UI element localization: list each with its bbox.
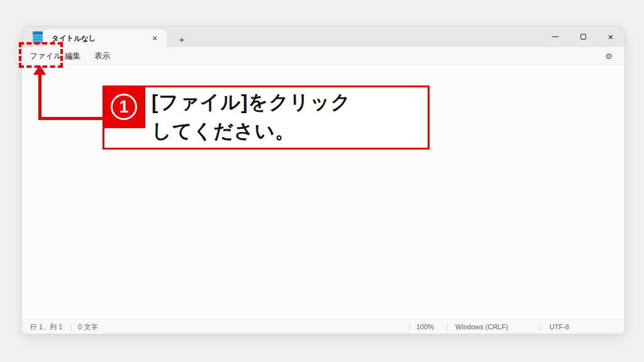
status-separator [540,323,540,331]
new-tab-button[interactable]: + [175,32,189,46]
settings-gear-icon[interactable]: ⚙ [602,49,616,63]
close-button[interactable]: × [597,26,625,47]
instruction-line-2: してください。 [152,117,427,146]
char-count-status: 0 文字 [78,322,97,332]
maximize-button[interactable] [569,26,597,47]
minimize-icon [552,36,558,37]
status-right-group: 100% Windows (CRLF) UTF-8 [409,320,625,334]
title-bar: タイトルなし × + × [22,26,625,47]
encoding-status: UTF-8 [550,323,569,331]
menu-item-edit[interactable]: 編集 [64,47,82,65]
instruction-line-1: [ファイル]をクリック [152,88,427,117]
status-separator [409,323,410,331]
menu-item-view[interactable]: 表示 [93,47,111,65]
highlight-dashed-rect [19,42,63,68]
step-number-badge: 1 [103,85,145,128]
notepad-window: タイトルなし × + × ファイル 編集 表示 ⚙ 行 1、列 1 0 文字 1… [22,26,625,334]
status-bar: 行 1、列 1 0 文字 100% Windows (CRLF) UTF-8 [22,319,625,334]
status-left-group: 行 1、列 1 0 文字 [30,320,98,334]
window-controls: × [541,26,625,47]
step-number: 1 [111,94,137,120]
line-ending-status: Windows (CRLF) [455,323,508,331]
instruction-text: [ファイル]をクリック してください。 [152,88,427,146]
zoom-level-status: 100% [416,323,434,331]
minimize-button[interactable] [541,26,569,47]
tab-close-icon[interactable]: × [149,33,160,44]
arrow-vertical-line [38,74,42,120]
arrow-horizontal-line [38,117,104,120]
status-separator [71,323,72,331]
status-separator [447,323,448,331]
instruction-callout: 1 [ファイル]をクリック してください。 [103,85,430,150]
tab-title: タイトルなし [52,34,149,43]
menu-bar: ファイル 編集 表示 ⚙ [22,47,625,65]
maximize-icon [580,34,586,40]
close-icon: × [608,32,614,41]
cursor-position-status: 行 1、列 1 [30,322,62,332]
